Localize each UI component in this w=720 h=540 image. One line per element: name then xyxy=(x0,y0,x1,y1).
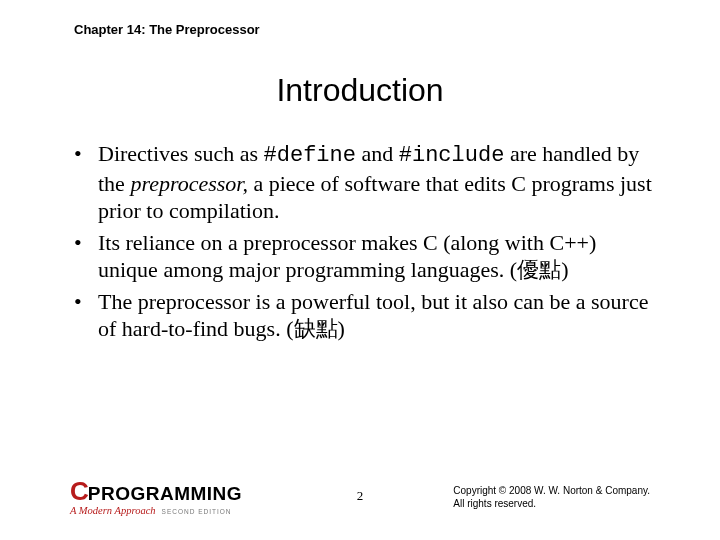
book-logo: CPROGRAMMING A Modern ApproachSECOND EDI… xyxy=(70,476,242,516)
text: ) xyxy=(338,316,345,341)
bullet-list: Directives such as #define and #include … xyxy=(74,140,654,347)
code-literal: #include xyxy=(399,143,505,168)
copyright-line: Copyright © 2008 W. W. Norton & Company. xyxy=(453,484,650,497)
text: ) xyxy=(561,257,568,282)
text: The preprocessor is a powerful tool, but… xyxy=(98,289,648,342)
bullet-item: Directives such as #define and #include … xyxy=(74,140,654,225)
cjk-text: 缺點 xyxy=(294,316,338,341)
cjk-text: 優點 xyxy=(517,257,561,282)
logo-edition-text: SECOND EDITION xyxy=(162,508,232,515)
logo-c-letter: C xyxy=(70,476,88,507)
copyright-line: All rights reserved. xyxy=(453,497,650,510)
emphasis: preprocessor, xyxy=(130,171,248,196)
footer: CPROGRAMMING A Modern ApproachSECOND EDI… xyxy=(0,480,720,520)
logo-programming-text: PROGRAMMING xyxy=(88,483,242,505)
copyright: Copyright © 2008 W. W. Norton & Company.… xyxy=(453,484,650,510)
page-number: 2 xyxy=(357,488,364,504)
bullet-item: Its reliance on a preprocessor makes C (… xyxy=(74,229,654,284)
text: Directives such as xyxy=(98,141,264,166)
slide-title: Introduction xyxy=(0,72,720,109)
text: and xyxy=(356,141,399,166)
logo-subtitle-text: A Modern Approach xyxy=(70,505,156,516)
logo-subtitle: A Modern ApproachSECOND EDITION xyxy=(70,505,242,516)
chapter-header: Chapter 14: The Preprocessor xyxy=(74,22,260,37)
code-literal: #define xyxy=(264,143,356,168)
bullet-item: The preprocessor is a powerful tool, but… xyxy=(74,288,654,343)
